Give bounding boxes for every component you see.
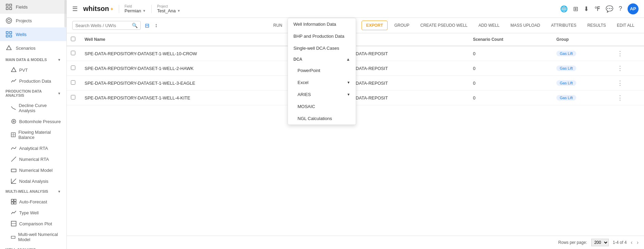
svg-rect-24 <box>11 202 13 204</box>
more-cell[interactable]: ⋮ <box>613 61 644 76</box>
user-avatar[interactable]: AP <box>628 3 639 14</box>
svg-rect-1 <box>10 4 12 6</box>
select-all-header[interactable] <box>67 33 80 46</box>
row-checkbox-1[interactable] <box>71 66 75 70</box>
sort-icon[interactable]: ↕ <box>153 21 159 30</box>
flowing-material-icon <box>11 132 16 138</box>
group-button[interactable]: GROUP <box>390 21 414 30</box>
sidebar-item-multi-well-numerical[interactable]: Multi-well Numerical Model <box>0 229 66 245</box>
more-button-1[interactable]: ⋮ <box>617 65 623 72</box>
next-page-button[interactable]: › <box>637 239 639 246</box>
sidebar-item-fields[interactable]: Fields <box>0 0 66 14</box>
svg-rect-18 <box>11 169 16 172</box>
select-all-checkbox[interactable] <box>71 37 75 41</box>
attributes-button[interactable]: ATTRIBUTES <box>547 21 581 30</box>
sidebar-item-comparison-plot[interactable]: Comparison Plot <box>0 218 66 229</box>
sidebar-item-decline-curve[interactable]: Decline Curve Analysis <box>0 100 66 116</box>
export-aries[interactable]: ARIES ▼ <box>288 88 356 100</box>
row-checkbox-0[interactable] <box>71 51 75 55</box>
search-input[interactable] <box>75 23 130 28</box>
decline-curve-icon <box>11 105 16 111</box>
empty-cell <box>451 76 469 91</box>
temperature-icon[interactable]: ℉ <box>594 5 600 13</box>
filter-icon[interactable]: ⊟ <box>143 21 151 30</box>
create-pseudo-well-button[interactable]: CREATE PSEUDO WELL <box>416 21 472 30</box>
export-powerpoint[interactable]: PowerPoint <box>288 64 356 76</box>
field-selector[interactable]: Field Permian ▼ <box>125 4 146 13</box>
sidebar-item-type-well[interactable]: Type Well <box>0 207 66 218</box>
section-main-data[interactable]: Main Data & Models ▼ <box>0 55 66 64</box>
hamburger-button[interactable]: ☰ <box>72 5 78 13</box>
section-well-analysis[interactable]: Well Analysis <box>0 245 66 249</box>
sidebar-item-numerical-rta[interactable]: Numerical RTA <box>0 154 66 165</box>
divider-1 <box>119 5 119 13</box>
more-button-3[interactable]: ⋮ <box>617 94 623 101</box>
sidebar-label-scenarios: Scenarios <box>16 46 36 51</box>
svg-rect-8 <box>6 35 8 37</box>
top-bar-icons: 🌐 ⊞ ⬇ ℉ 💬 ? AP <box>560 3 639 14</box>
section-multi-well[interactable]: Multi-Well Analysis ▼ <box>0 187 66 196</box>
sidebar-item-analytical-rta[interactable]: Analytical RTA <box>0 143 66 154</box>
sidebar-item-scenarios[interactable]: Scenarios <box>0 41 66 55</box>
download-icon[interactable]: ⬇ <box>584 5 589 13</box>
grid-icon[interactable]: ⊞ <box>573 5 578 13</box>
export-excel[interactable]: Excel ▼ <box>288 76 356 88</box>
svg-rect-0 <box>6 4 8 6</box>
row-checkbox-cell[interactable] <box>67 91 80 105</box>
sidebar-label-numerical-rta: Numerical RTA <box>19 157 49 162</box>
sidebar-item-pvt[interactable]: PVT <box>0 64 66 75</box>
group-cell: Gas Lift <box>552 76 613 91</box>
pagination-info: 1-4 of 4 <box>613 240 627 245</box>
sidebar-item-bottomhole[interactable]: Bottomhole Pressure <box>0 116 66 127</box>
empty-cell <box>451 46 469 61</box>
rows-per-page-label: Rows per page: <box>558 240 587 245</box>
export-dca-header[interactable]: DCA ▲ <box>288 54 356 64</box>
sidebar-item-production-data[interactable]: Production Data <box>0 75 66 86</box>
row-checkbox-cell[interactable] <box>67 76 80 91</box>
more-cell[interactable]: ⋮ <box>613 76 644 91</box>
add-well-button[interactable]: ADD WELL <box>475 21 504 30</box>
more-button-0[interactable]: ⋮ <box>617 50 623 57</box>
sidebar-item-numerical-model[interactable]: Numerical Model <box>0 165 66 176</box>
prev-page-button[interactable]: ‹ <box>631 239 632 246</box>
bottomhole-icon <box>11 119 16 124</box>
chat-icon[interactable]: 💬 <box>606 5 613 13</box>
uwi-header: UWI <box>341 33 451 46</box>
sidebar-item-projects[interactable]: Projects <box>0 14 66 27</box>
help-icon[interactable]: ? <box>619 5 622 12</box>
section-production-analysis[interactable]: Production Data Analysis ▼ <box>0 86 66 100</box>
svg-marker-11 <box>11 68 16 72</box>
scrollbar[interactable] <box>64 0 66 27</box>
scenario-count-cell: 0 <box>469 91 552 105</box>
globe-icon[interactable]: 🌐 <box>560 5 568 13</box>
sidebar-item-flowing-material[interactable]: Flowing Material Balance <box>0 127 66 143</box>
export-bhp-prod[interactable]: BHP and Production Data <box>288 30 356 42</box>
export-button[interactable]: EXPORT <box>362 21 387 30</box>
export-ngl[interactable]: NGL Calculations <box>288 112 356 125</box>
sidebar-label-bottomhole: Bottomhole Pressure <box>19 119 61 124</box>
row-checkbox-cell[interactable] <box>67 46 80 61</box>
sidebar-item-nodal-analysis[interactable]: Nodal Analysis <box>0 176 66 187</box>
run-button[interactable]: RUN <box>269 21 286 30</box>
empty-cell <box>451 61 469 76</box>
results-button[interactable]: RESULTS <box>583 21 610 30</box>
export-mosaic[interactable]: MOSAIC <box>288 100 356 112</box>
sidebar-item-wells[interactable]: Wells <box>0 27 66 41</box>
more-button-2[interactable]: ⋮ <box>617 80 623 86</box>
sidebar-item-auto-forecast[interactable]: Auto-Forecast <box>0 196 66 207</box>
project-selector[interactable]: Project Test_Ana ▼ <box>157 4 180 13</box>
rows-per-page-select[interactable]: 200 100 50 <box>591 239 609 246</box>
export-well-info[interactable]: Well Information Data <box>288 18 356 30</box>
scenario-count-cell: 0 <box>469 46 552 61</box>
more-cell[interactable]: ⋮ <box>613 46 644 61</box>
sidebar-label-projects: Projects <box>16 18 32 23</box>
more-cell[interactable]: ⋮ <box>613 91 644 105</box>
sidebar-label-pvt: PVT <box>19 68 28 73</box>
export-single-well-dca[interactable]: Single-well DCA Cases <box>288 42 356 54</box>
row-checkbox-3[interactable] <box>71 95 75 99</box>
row-checkbox-cell[interactable] <box>67 61 80 76</box>
uwi-cell: SPE-DATA-REPOSIT <box>341 76 451 91</box>
edit-all-button[interactable]: EDIT ALL <box>613 21 639 30</box>
mass-upload-button[interactable]: MASS UPLOAD <box>506 21 544 30</box>
row-checkbox-2[interactable] <box>71 80 75 85</box>
